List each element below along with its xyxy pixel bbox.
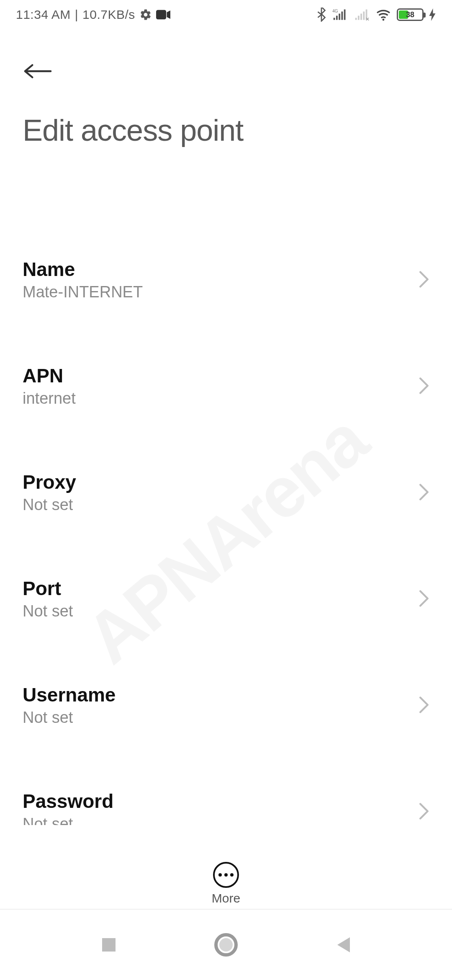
svg-rect-4: [339, 14, 340, 20]
header: Edit access point: [0, 54, 452, 147]
field-password[interactable]: Password Not set: [0, 758, 452, 825]
svg-rect-10: [363, 12, 365, 20]
svg-rect-8: [358, 16, 360, 20]
svg-rect-0: [156, 10, 166, 20]
status-bar: 11:34 AM | 10.7KB/s 4G 38: [0, 0, 452, 29]
bluetooth-icon: [316, 8, 326, 22]
back-arrow-icon: [23, 62, 52, 80]
svg-rect-3: [336, 16, 338, 20]
field-port[interactable]: Port Not set: [0, 545, 452, 652]
triangle-left-icon: [335, 936, 352, 954]
field-label: Password: [23, 790, 423, 812]
gear-icon: [139, 8, 152, 21]
svg-rect-6: [344, 10, 346, 20]
field-label: Username: [23, 683, 423, 706]
field-value: Not set: [23, 496, 423, 514]
system-nav-bar: [0, 909, 452, 980]
svg-rect-7: [355, 18, 357, 20]
svg-text:4G: 4G: [332, 9, 338, 13]
field-label: Name: [23, 258, 423, 281]
more-dots-icon: [213, 862, 239, 888]
svg-rect-13: [102, 938, 116, 952]
field-value: Not set: [23, 709, 423, 727]
square-icon: [100, 936, 117, 953]
apn-settings-list: Name Mate-INTERNET APN internet Proxy No…: [0, 226, 452, 825]
wifi-icon: [376, 8, 391, 21]
page-title: Edit access point: [23, 113, 429, 147]
svg-point-12: [383, 19, 385, 21]
svg-rect-5: [342, 12, 343, 20]
svg-rect-2: [334, 18, 335, 20]
signal-no-sim-icon: [354, 8, 370, 21]
more-button[interactable]: More: [0, 862, 452, 905]
nav-recent-button[interactable]: [94, 930, 123, 959]
field-value: Not set: [23, 815, 423, 825]
nav-home-button[interactable]: [211, 930, 241, 959]
field-value: Not set: [23, 602, 423, 620]
field-username[interactable]: Username Not set: [0, 652, 452, 758]
battery-pct: 38: [398, 10, 422, 20]
back-button[interactable]: [23, 54, 56, 88]
battery-icon: 38: [397, 8, 424, 21]
signal-4g-icon: 4G: [332, 8, 348, 21]
chevron-right-icon: [419, 483, 429, 501]
field-value: Mate-INTERNET: [23, 283, 423, 301]
nav-back-button[interactable]: [329, 930, 358, 959]
field-value: internet: [23, 389, 423, 407]
chevron-right-icon: [419, 377, 429, 395]
field-name[interactable]: Name Mate-INTERNET: [0, 226, 452, 333]
chevron-right-icon: [419, 590, 429, 607]
field-apn[interactable]: APN internet: [0, 333, 452, 439]
more-label: More: [212, 891, 240, 905]
field-label: Port: [23, 577, 423, 600]
chevron-right-icon: [419, 696, 429, 714]
chevron-right-icon: [419, 271, 429, 288]
svg-rect-9: [360, 14, 362, 20]
field-label: APN: [23, 364, 423, 387]
field-proxy[interactable]: Proxy Not set: [0, 439, 452, 545]
status-time: 11:34 AM: [16, 8, 71, 22]
status-left: 11:34 AM | 10.7KB/s: [16, 8, 170, 22]
status-right: 4G 38: [316, 8, 436, 22]
video-icon: [156, 10, 170, 20]
circle-icon: [214, 933, 238, 957]
status-net-speed: 10.7KB/s: [82, 8, 135, 22]
charging-icon: [429, 8, 436, 21]
status-sep: |: [75, 8, 78, 22]
svg-point-15: [219, 938, 233, 952]
field-label: Proxy: [23, 471, 423, 493]
chevron-right-icon: [419, 802, 429, 820]
